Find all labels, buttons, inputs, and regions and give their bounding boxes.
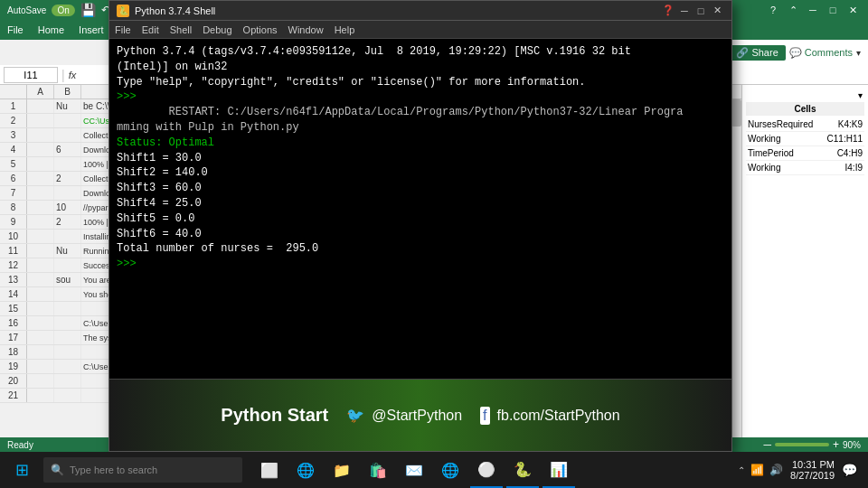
- facebook-icon: f: [480, 407, 489, 425]
- cells-value-timeperiod: C4:H9: [837, 148, 863, 158]
- select-all-corner[interactable]: [0, 85, 27, 99]
- python-app-icon: 🐍: [117, 5, 129, 17]
- python-minimize-btn[interactable]: ─: [677, 4, 692, 18]
- python-output-shift3: Shift3 = 60.0: [117, 181, 724, 196]
- dropdown-chevron-icon[interactable]: ▾: [856, 48, 861, 58]
- python-menu-file[interactable]: File: [115, 24, 131, 35]
- twitter-icon: 🐦: [346, 407, 364, 424]
- search-placeholder-text: Type here to search: [70, 465, 157, 475]
- right-panel-row-nursesrequired: NursesRequired K4:K9: [746, 117, 864, 132]
- taskbar-store-btn[interactable]: 🛍️: [362, 452, 394, 488]
- python-menu-window[interactable]: Window: [288, 24, 324, 35]
- clock-time: 10:31 PM: [790, 459, 835, 470]
- cells-label-nursesrequired: NursesRequired: [748, 119, 813, 129]
- cells-value-nursesrequired: K4:K9: [838, 119, 863, 129]
- cells-label-timeperiod: TimePeriod: [748, 148, 794, 158]
- python-output-line-5: RESTART: C:/Users/n64fl/AppData/Local/Pr…: [117, 105, 724, 120]
- python-window-title: Python 3.7.4 Shell: [135, 5, 215, 16]
- twitter-handle: @StartPython: [372, 408, 462, 424]
- python-output-line-3: Type "help", "copyright", "credits" or "…: [117, 75, 724, 90]
- banner-twitter: 🐦 @StartPython: [346, 407, 462, 424]
- python-menu-help[interactable]: Help: [335, 24, 355, 35]
- python-output-line-4: >>>: [117, 89, 724, 105]
- share-button[interactable]: 🔗 Share: [729, 45, 785, 61]
- comments-icon: 💬: [789, 47, 802, 58]
- name-box[interactable]: [4, 67, 58, 83]
- search-icon: 🔍: [51, 464, 64, 476]
- python-output-line-6: mming with Pulp in Python.py: [117, 120, 724, 136]
- excel-minimize-btn[interactable]: ─: [805, 2, 821, 18]
- python-banner: Python Start 🐦 @StartPython f fb.com/Sta…: [109, 379, 731, 451]
- cells-value-working: C11:H11: [827, 134, 863, 144]
- taskbar-excel-btn[interactable]: 📊: [542, 452, 575, 488]
- ribbon-tab-file[interactable]: File: [7, 24, 24, 35]
- ribbon-tab-home[interactable]: Home: [38, 24, 64, 35]
- excel-close-btn[interactable]: ✕: [844, 2, 861, 18]
- taskbar-task-view[interactable]: ⬜: [253, 452, 286, 488]
- volume-icon[interactable]: 🔊: [769, 464, 783, 476]
- save-icon[interactable]: 💾: [80, 3, 96, 17]
- python-shell-window: 🐍 Python 3.7.4 Shell ❓ ─ □ ✕ File Edit S…: [108, 0, 732, 452]
- taskbar-ie-btn[interactable]: 🌐: [434, 452, 467, 488]
- right-panel-row-working: Working C11:H11: [746, 132, 864, 146]
- share-icon: 🔗: [736, 47, 749, 58]
- zoom-percentage: 90%: [843, 440, 861, 450]
- python-output-shift4: Shift4 = 25.0: [117, 196, 724, 211]
- python-output-line-1: Python 3.7.4 (tags/v3.7.4:e09359112e, Ju…: [117, 44, 724, 60]
- python-menu-debug[interactable]: Debug: [203, 24, 231, 35]
- taskbar-clock[interactable]: 10:31 PM 8/27/2019: [790, 459, 835, 481]
- right-panel-row-working2: Working I4:I9: [746, 161, 864, 175]
- taskbar-right-area: ⌃ 📶 🔊 10:31 PM 8/27/2019 💬: [738, 459, 864, 481]
- taskbar-chrome-btn[interactable]: ⚪: [470, 452, 503, 488]
- zoom-slider[interactable]: [775, 443, 829, 446]
- excel-restore-btn[interactable]: □: [825, 2, 841, 18]
- python-output-total: Total number of nurses = 295.0: [117, 241, 724, 257]
- cells-label-working: Working: [748, 134, 781, 144]
- python-menu-shell[interactable]: Shell: [170, 24, 192, 35]
- taskbar-app-buttons: ⬜ 🌐 📁 🛍️ ✉️ 🌐 ⚪ 🐍 📊: [253, 452, 575, 488]
- taskbar-explorer-btn[interactable]: 📁: [326, 452, 358, 488]
- python-menu-edit[interactable]: Edit: [142, 24, 159, 35]
- taskbar-mail-btn[interactable]: ✉️: [398, 452, 430, 488]
- python-content-area[interactable]: Python 3.7.4 (tags/v3.7.4:e09359112e, Ju…: [109, 39, 731, 379]
- start-button[interactable]: ⊞: [4, 452, 40, 488]
- python-titlebar: 🐍 Python 3.7.4 Shell ❓ ─ □ ✕: [109, 1, 731, 21]
- cells-label-working2: Working: [748, 163, 781, 173]
- col-header-b[interactable]: B: [54, 85, 81, 99]
- excel-zoom-area: ─ + 90%: [763, 438, 861, 451]
- excel-ribbon-collapse-icon[interactable]: ⌃: [785, 2, 801, 18]
- python-output-shift2: Shift2 = 140.0: [117, 165, 724, 181]
- vscroll-thumb[interactable]: [731, 99, 741, 127]
- python-output-line-2: (Intel)] on win32: [117, 60, 724, 75]
- ribbon-tab-insert[interactable]: Insert: [79, 24, 104, 35]
- taskbar-search-box[interactable]: 🔍 Type here to search: [43, 457, 242, 483]
- python-menu-options[interactable]: Options: [243, 24, 278, 35]
- excel-share-area: 🔗 Share 💬 Comments ▾: [722, 40, 868, 65]
- comments-button[interactable]: 💬 Comments: [789, 47, 853, 59]
- col-header-a[interactable]: A: [27, 85, 54, 99]
- banner-brand: Python Start: [221, 405, 328, 426]
- python-output-prompt: >>>: [117, 257, 724, 272]
- zoom-out-icon[interactable]: ─: [763, 438, 771, 451]
- taskbar: ⊞ 🔍 Type here to search ⬜ 🌐 📁 🛍️ ✉️ 🌐 ⚪ …: [0, 452, 868, 488]
- clock-date: 8/27/2019: [790, 470, 835, 481]
- taskbar-python-btn[interactable]: 🐍: [506, 452, 539, 488]
- zoom-in-icon[interactable]: +: [833, 438, 839, 451]
- network-icon[interactable]: 📶: [750, 464, 764, 476]
- excel-help-icon[interactable]: ?: [765, 2, 781, 18]
- banner-facebook: f fb.com/StartPython: [480, 407, 620, 425]
- python-output-status: Status: Optimal: [117, 136, 724, 151]
- right-panel-dropdown[interactable]: ▾: [746, 89, 864, 102]
- python-help-icon[interactable]: ❓: [661, 4, 675, 18]
- python-close-btn[interactable]: ✕: [710, 4, 724, 18]
- windows-logo-icon: ⊞: [15, 460, 29, 480]
- autosave-toggle[interactable]: On: [52, 5, 74, 16]
- banner-title: Python Start: [221, 405, 328, 426]
- chevron-icon[interactable]: ⌃: [738, 465, 745, 475]
- right-panel-header: Cells: [746, 102, 864, 116]
- taskbar-edge-btn[interactable]: 🌐: [289, 452, 322, 488]
- python-restore-btn[interactable]: □: [693, 4, 708, 18]
- system-tray-icons: ⌃ 📶 🔊: [738, 464, 783, 476]
- autosave-label: AutoSave: [7, 5, 46, 15]
- notification-icon[interactable]: 💬: [842, 463, 857, 477]
